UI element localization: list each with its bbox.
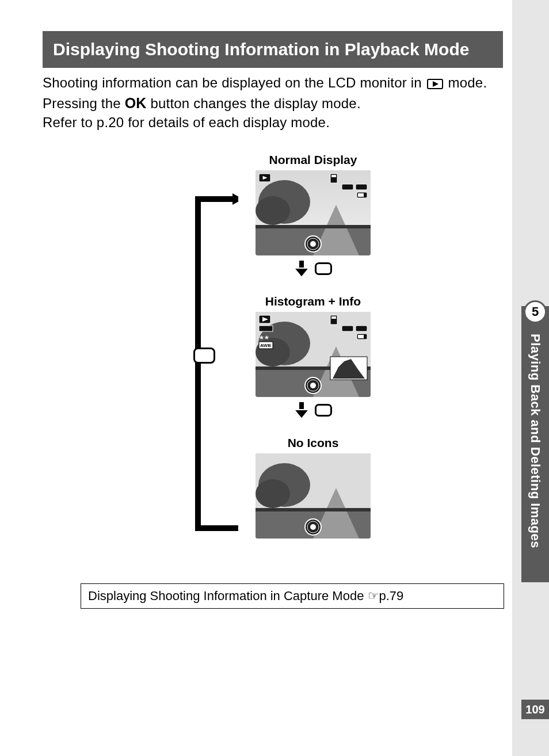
svg-rect-12 (331, 175, 336, 177)
chapter-number: 5 (524, 300, 547, 323)
svg-rect-32 (331, 316, 336, 319)
svg-rect-14 (356, 184, 367, 190)
memory-card-icon (330, 315, 337, 324)
mode-label-noicons: No Icons (238, 436, 388, 450)
ok-button-step2 (315, 404, 332, 417)
svg-marker-21 (294, 268, 309, 277)
svg-marker-2 (232, 193, 238, 205)
intro-line3: Refer to p.20 for details of each displa… (43, 114, 330, 130)
svg-rect-8 (256, 225, 371, 228)
svg-rect-36 (358, 335, 364, 338)
lcd-histogram: ★★ AWB (256, 312, 371, 397)
arrow-down-icon (294, 260, 309, 277)
awb-label: AWB (260, 343, 271, 348)
playback-icon (259, 315, 270, 323)
svg-point-18 (310, 241, 316, 247)
lcd-noicons (256, 453, 371, 539)
svg-marker-1 (433, 81, 439, 87)
xref-page: p.79 (379, 589, 404, 603)
playback-icon (259, 174, 270, 182)
intro-line2a: Pressing the (43, 96, 125, 111)
loop-connector (181, 193, 238, 534)
memory-card-icon (330, 174, 337, 183)
ok-label: OK (125, 95, 147, 111)
section-title: Displaying Shooting Information in Playb… (43, 31, 503, 68)
control-dial-icon (305, 519, 321, 535)
ok-button-loop (193, 348, 215, 364)
intro-text: Shooting information can be displayed on… (43, 74, 503, 132)
chapter-tab: 5 Playing Back and Deleting Images (521, 306, 549, 582)
quality-stars: ★★ (259, 334, 269, 341)
svg-point-51 (310, 524, 316, 530)
playback-icon (427, 75, 443, 94)
xref-text: Displaying Shooting Information in Captu… (88, 589, 368, 603)
size-bar-icon (259, 326, 273, 331)
intro-line1a: Shooting information can be displayed on… (43, 75, 426, 90)
svg-rect-33 (342, 326, 353, 331)
mode-label-normal: Normal Display (238, 153, 388, 167)
ok-button-step1 (315, 262, 332, 275)
svg-rect-16 (358, 193, 364, 197)
svg-point-48 (256, 479, 290, 508)
intro-line1b: mode. (444, 75, 487, 90)
svg-marker-43 (294, 410, 309, 419)
intro-line2b: button changes the display mode. (147, 96, 361, 111)
svg-rect-13 (342, 184, 353, 190)
display-mode-diagram: Normal Display (43, 153, 503, 556)
pointer-hand-icon: ☞ (368, 589, 379, 603)
control-dial-icon (305, 236, 321, 252)
svg-rect-34 (356, 326, 367, 331)
arrow-down-icon (294, 402, 309, 419)
mode-label-histogram: Histogram + Info (238, 295, 388, 308)
svg-rect-49 (256, 508, 371, 511)
histogram-icon (330, 357, 367, 380)
chapter-label: Playing Back and Deleting Images (528, 334, 543, 548)
page-number: 109 (521, 700, 549, 719)
battery-icon (357, 192, 367, 198)
svg-point-40 (310, 383, 316, 388)
battery-icon (357, 334, 367, 339)
lcd-normal (256, 170, 371, 255)
cross-reference-box: Displaying Shooting Information in Captu… (81, 583, 504, 609)
svg-point-7 (256, 196, 290, 225)
control-dial-icon (305, 377, 321, 394)
